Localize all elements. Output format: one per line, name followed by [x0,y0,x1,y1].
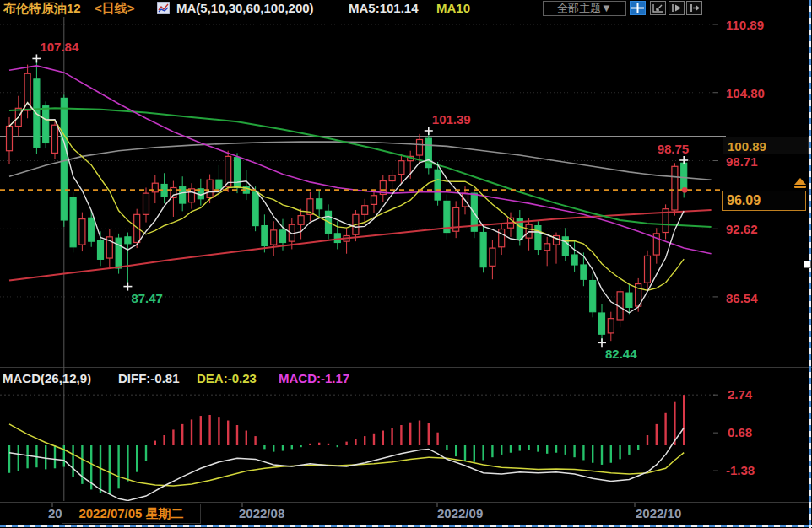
candle[interactable] [298,216,304,225]
macd-axis-label: 2.74 [728,387,752,401]
highlow-annotation-label: 107.84 [40,40,79,54]
candle[interactable] [280,230,286,243]
candle[interactable] [389,175,395,181]
macd-axis-label: -1.38 [726,463,755,477]
macd-diff-value: DIFF:-0.81 [118,371,180,385]
candle[interactable] [544,244,550,251]
macd-dea-value: DEA:-0.23 [197,371,257,385]
candle[interactable] [79,219,85,245]
selection-resize-handle[interactable] [804,261,811,268]
candle[interactable] [125,237,131,244]
last-price-dot [682,187,688,193]
y-axis-label: 110.89 [726,18,764,32]
theme-dropdown-button[interactable]: 全部主题▼ [543,1,626,16]
highlow-annotation-label: 101.39 [432,112,471,127]
symbol-name: 布伦特原油12 [3,1,81,17]
crosshair-date-tooltip: 2022/07/05 星期二 [62,504,201,524]
candle[interactable] [562,237,568,256]
highlow-annotations: 107.8487.47101.3982.4498.75 [32,40,689,361]
price-pin-icon[interactable] [794,178,806,188]
candle[interactable] [490,248,495,266]
candle[interactable] [98,240,104,260]
candle[interactable] [608,319,614,333]
ma-settings-label: MA(5,10,30,60,100,200) [176,1,314,15]
candle[interactable] [590,281,596,312]
macd-value: MACD:-1.17 [279,371,349,385]
candle[interactable] [571,255,577,265]
candle[interactable] [143,193,149,214]
x-axis-label: 2022/10 [636,506,681,520]
candle[interactable] [235,158,241,188]
chart-canvas[interactable]: 107.8487.47101.3982.4498.75 [0,0,812,528]
highlow-annotation-label: 82.44 [605,347,637,361]
candle[interactable] [252,192,258,226]
candle[interactable] [398,161,404,175]
y-axis-label: 86.54 [726,291,758,305]
candlestick-layer [7,58,687,342]
y-axis-label-behind: 98.71 [726,154,758,169]
candle[interactable] [626,293,632,307]
selection-border-bottom [0,525,812,527]
candle[interactable] [89,218,95,241]
x-axis-label: 2022/08 [239,506,284,520]
candle[interactable] [599,313,605,334]
candle[interactable] [52,125,58,153]
candle[interactable] [271,230,277,245]
candle[interactable] [262,226,268,246]
y-axis-label: 104.80 [726,86,765,100]
candle[interactable] [645,256,651,283]
candle[interactable] [581,265,587,279]
candle[interactable] [499,229,505,247]
x-axis-label: 2022/09 [437,506,483,520]
range-zoom-icon[interactable] [650,1,666,15]
candle[interactable] [70,197,76,246]
macd-axis-label: 0.68 [728,425,752,439]
candle[interactable] [7,127,13,151]
candle[interactable] [435,170,441,200]
candle[interactable] [535,226,541,250]
candle[interactable] [371,196,377,205]
jump-latest-icon[interactable] [686,1,702,15]
macd-title: MACD(26,12,9) [3,371,91,385]
candle[interactable] [480,233,486,267]
candle[interactable] [216,180,222,189]
candle[interactable] [681,163,687,190]
candle[interactable] [417,139,423,155]
candle[interactable] [362,206,368,215]
candle[interactable] [61,98,67,220]
highlow-annotation-label: 87.47 [131,291,163,305]
crosshair-tool-icon[interactable] [630,1,646,15]
highlow-annotation-label: 98.75 [658,142,690,156]
step-forward-icon[interactable] [669,1,685,15]
ma5-value-label: MA5:101.14 [349,1,419,15]
candle[interactable] [317,199,322,209]
gray-line-price-label: 100.89 [723,137,809,154]
candle[interactable] [207,180,213,197]
current-price-label: 96.09 [722,191,806,211]
candle[interactable] [116,238,122,268]
y-axis-label: 92.62 [726,222,758,236]
candle[interactable] [672,166,678,210]
candle[interactable] [334,234,340,243]
candle[interactable] [43,106,49,143]
ma10-value-label: MA10 [436,1,470,15]
trading-app-window: 107.8487.47101.3982.4498.75 布伦特原油12 <日线>… [0,0,812,528]
candle[interactable] [180,186,186,203]
macd-panel [9,395,684,500]
period-label[interactable]: <日线> [95,1,135,17]
mini-chart-icon [157,2,170,18]
price-panel [7,58,712,342]
